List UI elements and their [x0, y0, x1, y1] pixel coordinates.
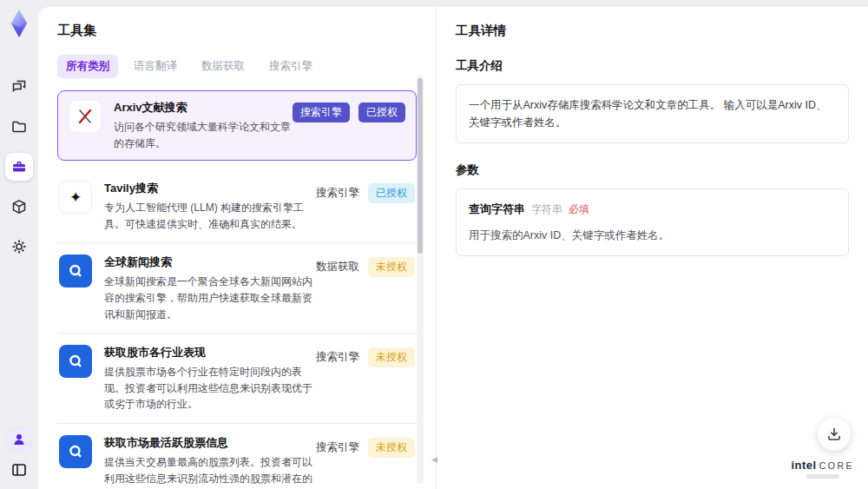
tool-title: 获取市场最活跃股票信息	[104, 435, 316, 451]
rail-bottom	[6, 426, 32, 479]
download-button[interactable]	[818, 418, 851, 451]
tool-text: 全球新闻搜索 全球新闻搜索是一个聚合全球各大新闻网站内容的搜索引擎，帮助用户快速…	[104, 254, 316, 322]
tool-list-pane: 工具集 所有类别 语言翻译 数据获取 搜索引擎 Arxiv文献搜索 访问各个研究…	[38, 7, 436, 489]
category-label: 搜索引擎	[316, 186, 359, 201]
provider-logo-icon	[59, 435, 92, 468]
category-chip: 搜索引擎	[293, 102, 350, 122]
auth-badge: 未授权	[368, 438, 415, 458]
tab-language-translation[interactable]: 语言翻译	[125, 55, 186, 78]
tool-title: Tavily搜索	[104, 181, 316, 196]
tool-text: 获取市场最活跃股票信息 提供当天交易量最高的股票列表。投资者可以利用这些信息来识…	[104, 435, 316, 489]
tool-card-list: Arxiv文献搜索 访问各个研究领域大量科学论文和文章的存储库。 搜索引擎 已授…	[57, 90, 417, 489]
scrollbar-thumb[interactable]	[418, 78, 423, 254]
intel-wordmark: intel	[791, 459, 816, 472]
provider-logo-icon	[59, 345, 92, 378]
tool-text: 获取股市各行业表现 提供股票市场各个行业在特定时间段内的表现。投资者可以利用这些…	[104, 345, 316, 413]
tab-search-engine[interactable]: 搜索引擎	[260, 55, 321, 78]
intro-box: 一个用于从Arxiv存储库搜索科学论文和文章的工具。 输入可以是Arxiv ID…	[456, 84, 849, 143]
tool-meta: 搜索引擎 未授权	[316, 345, 415, 367]
tool-desc: 提供股票市场各个行业在特定时间段内的表现。投资者可以利用这些信息来识别表现优于或…	[104, 364, 316, 413]
tool-title: 获取股市各行业表现	[104, 345, 316, 360]
tool-card-arxiv[interactable]: Arxiv文献搜索 访问各个研究领域大量科学论文和文章的存储库。 搜索引擎 已授…	[57, 90, 417, 161]
tool-desc: 全球新闻搜索是一个聚合全球各大新闻网站内容的搜索引擎，帮助用户快速获取全球最新资…	[104, 274, 316, 322]
app-logo-icon	[6, 9, 32, 38]
tool-desc: 访问各个研究领域大量科学论文和文章的存储库。	[114, 119, 293, 151]
tool-detail-pane: 工具详情 工具介绍 一个用于从Arxiv存储库搜索科学论文和文章的工具。 输入可…	[436, 7, 868, 489]
folder-nav-icon[interactable]	[5, 113, 33, 141]
tool-meta: 搜索引擎 已授权	[293, 100, 405, 122]
provider-logo-icon	[59, 254, 92, 287]
category-label: 数据获取	[316, 260, 359, 274]
core-wordmark: CORE	[819, 460, 854, 471]
tab-data-acquisition[interactable]: 数据获取	[193, 55, 253, 78]
param-type: 字符串	[531, 202, 562, 218]
tool-text: Arxiv文献搜索 访问各个研究领域大量科学论文和文章的存储库。	[114, 100, 293, 151]
tool-card-most-active-stocks[interactable]: 获取市场最活跃股票信息 提供当天交易量最高的股票列表。投资者可以利用这些信息来识…	[57, 424, 417, 489]
tool-meta: 搜索引擎 未授权	[316, 435, 415, 458]
settings-nav-icon[interactable]	[5, 233, 33, 261]
category-label: 搜索引擎	[316, 350, 359, 365]
tools-nav-icon[interactable]	[5, 153, 33, 181]
tool-meta: 数据获取 未授权	[316, 254, 415, 277]
detail-title: 工具详情	[456, 23, 849, 39]
pane-collapse-handle[interactable]: ◀	[431, 455, 437, 464]
list-scrollbar[interactable]	[417, 75, 424, 484]
params-heading: 参数	[456, 162, 849, 178]
main-panel: 工具集 所有类别 语言翻译 数据获取 搜索引擎 Arxiv文献搜索 访问各个研究…	[38, 7, 868, 489]
tab-all-categories[interactable]: 所有类别	[57, 55, 118, 78]
tool-desc: 提供当天交易量最高的股票列表。投资者可以利用这些信息来识别流动性强的股票和潜在的…	[104, 454, 316, 489]
param-desc: 用于搜索的Arxiv ID、关键字或作者姓名。	[469, 227, 836, 244]
param-head: 查询字符串 字符串 必填	[469, 201, 836, 219]
param-box: 查询字符串 字符串 必填 用于搜索的Arxiv ID、关键字或作者姓名。	[456, 188, 849, 256]
intel-core-text: intel CORE	[791, 459, 854, 472]
tool-title: 全球新闻搜索	[104, 254, 316, 270]
intel-badge-sub	[806, 474, 839, 479]
tool-meta: 搜索引擎 已授权	[316, 181, 415, 203]
intro-heading: 工具介绍	[456, 58, 849, 74]
left-rail	[0, 0, 38, 489]
param-name: 查询字符串	[469, 201, 525, 219]
collapse-panel-icon[interactable]	[10, 461, 28, 479]
auth-badge: 已授权	[368, 183, 415, 203]
user-avatar-icon[interactable]	[6, 426, 32, 453]
chat-nav-icon[interactable]	[5, 73, 33, 101]
rail-nav	[5, 73, 33, 261]
param-required-flag: 必填	[569, 202, 589, 218]
tool-title: Arxiv文献搜索	[114, 100, 293, 116]
tool-card-global-news[interactable]: 全球新闻搜索 全球新闻搜索是一个聚合全球各大新闻网站内容的搜索引擎，帮助用户快速…	[57, 243, 417, 334]
auth-badge: 未授权	[368, 347, 415, 367]
category-label: 搜索引擎	[316, 440, 359, 455]
tool-desc: 专为人工智能代理 (LLM) 构建的搜索引擎工具。可快速提供实时、准确和真实的结…	[104, 200, 316, 232]
intel-core-logo: intel CORE	[791, 459, 854, 479]
auth-badge: 已授权	[358, 102, 405, 122]
tool-text: Tavily搜索 专为人工智能代理 (LLM) 构建的搜索引擎工具。可快速提供实…	[104, 181, 316, 232]
tool-card-tavily[interactable]: ✦ Tavily搜索 专为人工智能代理 (LLM) 构建的搜索引擎工具。可快速提…	[57, 169, 417, 243]
category-tabs: 所有类别 语言翻译 数据获取 搜索引擎	[57, 55, 436, 78]
page-title: 工具集	[57, 23, 436, 39]
tavily-logo-icon: ✦	[59, 181, 92, 214]
tool-card-sector-performance[interactable]: 获取股市各行业表现 提供股票市场各个行业在特定时间段内的表现。投资者可以利用这些…	[57, 334, 417, 424]
auth-badge: 未授权	[368, 257, 415, 277]
arxiv-logo-icon	[69, 100, 102, 133]
package-nav-icon[interactable]	[5, 193, 33, 221]
